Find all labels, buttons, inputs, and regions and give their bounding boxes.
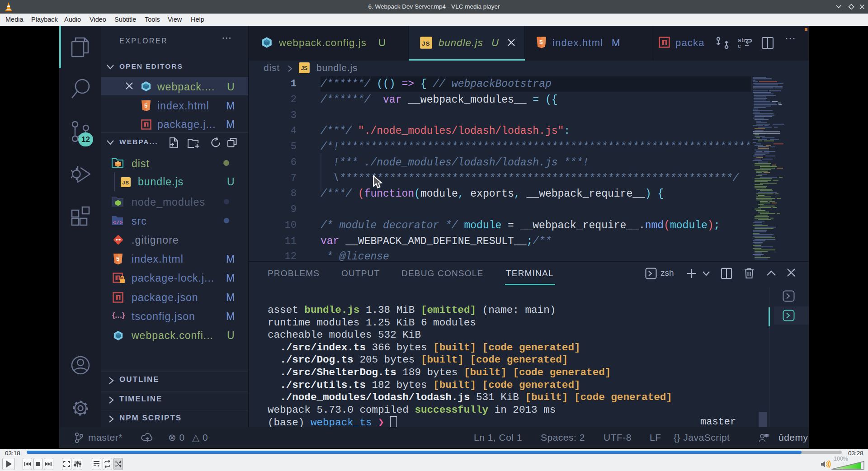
svg-text:c: c	[738, 42, 741, 49]
svg-text:5: 5	[116, 255, 120, 262]
svg-text:5: 5	[144, 102, 148, 109]
svg-text:JS: JS	[422, 40, 430, 47]
svg-text:5: 5	[539, 39, 543, 46]
svg-text:JS: JS	[301, 65, 308, 71]
svg-text:JS: JS	[122, 180, 129, 185]
svg-text:</>: </>	[113, 220, 123, 226]
